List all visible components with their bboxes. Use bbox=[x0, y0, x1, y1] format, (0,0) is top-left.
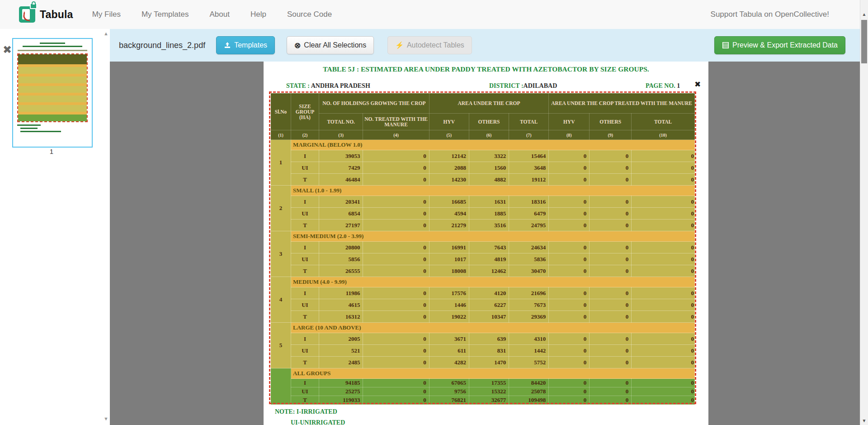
selection-close-icon[interactable]: ✖ bbox=[694, 80, 701, 89]
sidebar-scroll-up-icon[interactable]: ▲ bbox=[104, 31, 108, 36]
page-sidebar: ✖ 1 ▲ ▼ bbox=[0, 29, 110, 425]
tabula-app: Tabula My Files My Templates About Help … bbox=[0, 0, 868, 425]
page-scrollbar: ▲ ▼ bbox=[860, 0, 868, 425]
preview-export-label: Preview & Export Extracted Data bbox=[732, 41, 838, 49]
remove-page-icon[interactable]: ✖ bbox=[3, 44, 12, 55]
page-no-value: 1 bbox=[677, 82, 680, 89]
nav-menu: My Files My Templates About Help Source … bbox=[92, 10, 332, 19]
pdf-note-line1: NOTE: I-IRRIGATED bbox=[275, 408, 337, 415]
clear-all-selections-label: Clear All Selections bbox=[304, 41, 366, 49]
brand-name: Tabula bbox=[40, 9, 73, 21]
clear-all-selections-button[interactable]: ⊗ Clear All Selections bbox=[287, 36, 374, 54]
nav-about[interactable]: About bbox=[209, 10, 229, 19]
page-thumbnail-preview bbox=[13, 39, 92, 147]
autodetect-tables-button[interactable]: ⚡ Autodetect Tables bbox=[387, 36, 472, 54]
pdf-meta-row: STATE : ANDHRA PRADESH DISTRICT :ADILABA… bbox=[264, 82, 708, 91]
nav-my-templates[interactable]: My Templates bbox=[142, 10, 189, 19]
page-no-label: PAGE NO. bbox=[646, 82, 675, 89]
tabula-logo-icon bbox=[19, 6, 35, 23]
templates-button-label: Templates bbox=[234, 41, 267, 49]
save-template-icon bbox=[224, 42, 231, 49]
autodetect-tables-label: Autodetect Tables bbox=[407, 41, 464, 49]
top-navbar: Tabula My Files My Templates About Help … bbox=[0, 0, 868, 29]
pdf-note-line2: UI-UNIRRIGATED bbox=[291, 419, 345, 425]
scrollbar-down-icon[interactable]: ▼ bbox=[860, 418, 868, 423]
table-selection-box[interactable] bbox=[269, 91, 696, 404]
brand-link[interactable]: Tabula bbox=[19, 6, 73, 23]
thumbnail-page-number: 1 bbox=[12, 148, 91, 155]
clear-selections-icon: ⊗ bbox=[294, 41, 301, 50]
state-label: STATE : bbox=[286, 82, 310, 89]
scrollbar-thumb[interactable] bbox=[861, 20, 867, 63]
lightning-icon: ⚡ bbox=[395, 41, 404, 49]
pdf-table-title: TABLE 5J : ESTIMATED AREA UNDER PADDY TR… bbox=[264, 65, 708, 73]
document-filename: background_lines_2.pdf bbox=[119, 41, 205, 50]
state-value: ANDHRA PRADESH bbox=[311, 82, 370, 89]
scrollbar-up-icon[interactable]: ▲ bbox=[860, 12, 868, 17]
nav-help[interactable]: Help bbox=[250, 10, 266, 19]
templates-button[interactable]: Templates bbox=[216, 36, 275, 54]
preview-export-button[interactable]: Preview & Export Extracted Data bbox=[714, 36, 845, 54]
nav-source-code[interactable]: Source Code bbox=[287, 10, 332, 19]
district-label: DISTRICT : bbox=[489, 82, 524, 89]
pdf-page[interactable]: TABLE 5J : ESTIMATED AREA UNDER PADDY TR… bbox=[264, 62, 708, 425]
spreadsheet-icon bbox=[722, 42, 729, 49]
district-value: ADILABAD bbox=[524, 82, 557, 89]
page-thumbnail[interactable] bbox=[12, 38, 93, 148]
document-toolbar: background_lines_2.pdf Templates ⊗ Clear… bbox=[110, 29, 868, 62]
sidebar-scroll-down-icon[interactable]: ▼ bbox=[104, 416, 108, 421]
workspace: TABLE 5J : ESTIMATED AREA UNDER PADDY TR… bbox=[110, 62, 860, 425]
support-link[interactable]: Support Tabula on OpenCollective! bbox=[711, 10, 829, 19]
nav-my-files[interactable]: My Files bbox=[92, 10, 121, 19]
